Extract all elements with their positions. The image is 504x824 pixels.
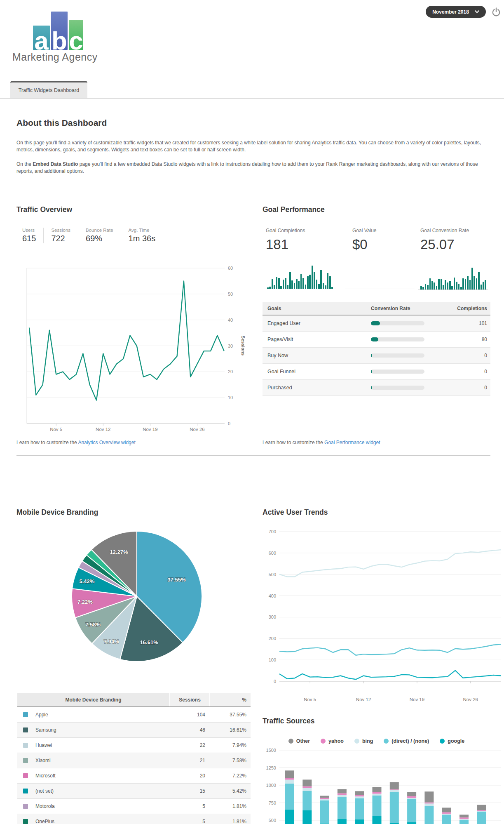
sparkline-bar	[456, 282, 457, 290]
y-axis-tick-label: 1250	[266, 765, 276, 770]
sparkline-bar	[274, 285, 275, 289]
sessions-column-header: Sessions	[169, 693, 209, 706]
y-axis-tick-label: 300	[269, 614, 276, 619]
sparkline-bar	[471, 268, 473, 290]
logo-bar-c: c	[69, 20, 83, 50]
goal-name: Buy Now	[263, 353, 371, 358]
logo-letter: b	[52, 31, 67, 51]
stacked-bar-segment-(direct) / (none)	[355, 798, 364, 819]
device-name: OnePlus	[35, 819, 170, 824]
stacked-bar-segment-Other	[320, 796, 329, 798]
brand-name: Marketing Agency	[12, 51, 98, 63]
sparkline-bar	[476, 278, 478, 290]
sparkline-bar	[481, 285, 482, 290]
month-selector-label: November 2018	[432, 9, 469, 15]
sparkline-bar	[298, 281, 300, 289]
sparkline-bar	[436, 286, 438, 290]
stacked-bar-segment-yahoo	[355, 795, 364, 796]
stacked-bar-segment-bing	[338, 795, 347, 797]
sparkline-bar	[323, 283, 324, 289]
logo-letter: c	[69, 31, 83, 51]
device-color-swatch	[23, 804, 28, 809]
stacked-bar-segment-bing	[373, 793, 382, 795]
device-percent: 7.58%	[209, 758, 251, 763]
goal-table-row: Buy Now0	[263, 348, 490, 364]
stacked-bar-segment-(direct) / (none)	[407, 799, 416, 822]
stat-goal-value: Goal Value $0	[352, 228, 376, 252]
sparkline-bar	[278, 278, 280, 289]
month-selector-dropdown[interactable]: November 2018	[426, 6, 486, 18]
active-user-trends-chart: 0100200300400500600700Nov 5Nov 12Nov 19N…	[260, 525, 504, 710]
x-axis-tick-label: Nov 26	[190, 427, 204, 432]
y-axis-tick-label: 100	[269, 657, 276, 662]
sparkline-bar	[312, 266, 313, 289]
x-axis-tick-label: Nov 19	[410, 697, 424, 702]
sparkline-bar	[469, 280, 471, 290]
goal-name: Engaged User	[263, 320, 371, 326]
stat-avg-time: Avg. Time 1m 36s	[121, 228, 163, 243]
device-name: (not set)	[35, 788, 170, 794]
device-name: Xiaomi	[35, 758, 170, 763]
pie-slice-label: 37.55%	[167, 577, 186, 583]
active-user-trends-title: Active User Trends	[263, 508, 328, 517]
mobile-device-table: Mobile Device Branding Sessions % Apple1…	[17, 693, 251, 824]
device-column-header: Mobile Device Branding	[17, 693, 169, 706]
sparkline-bar	[280, 286, 282, 289]
pie-slice-label: 16.61%	[140, 639, 159, 645]
stacked-bar-segment-(direct) / (none)	[320, 800, 329, 824]
sparkline-bar	[325, 285, 326, 289]
about-paragraph-1: On this page you'll find a variety of cu…	[16, 139, 491, 153]
tab-traffic-widgets-dashboard[interactable]: Traffic Widgets Dashboard	[10, 81, 87, 98]
sparkline-bar	[443, 285, 444, 290]
sparkline-bar	[307, 276, 309, 289]
dashboard-page: a b c Marketing Agency November 2018 Tra…	[0, 0, 504, 824]
traffic-overview-stats: Users 615 Sessions 722 Bounce Rate 69% A…	[22, 228, 163, 243]
sparkline-bar	[318, 284, 320, 289]
device-sessions: 21	[170, 758, 209, 763]
sparkline-bar	[305, 285, 307, 289]
power-button[interactable]	[491, 7, 501, 17]
device-table-row: Motorola51.81%	[17, 799, 251, 814]
stacked-bar-segment-Other	[477, 805, 486, 810]
learn-goal-performance: Learn how to customize the Goal Performa…	[263, 440, 380, 445]
sparkline-bar	[294, 283, 295, 289]
device-percent: 1.81%	[209, 803, 251, 809]
y-axis-tick-label: 10	[228, 395, 233, 400]
device-sessions: 5	[170, 819, 209, 824]
sparkline-bar	[276, 277, 278, 289]
stacked-bar-segment-bing	[355, 796, 364, 798]
device-name: Huawei	[35, 742, 170, 748]
stacked-bar-segment-(direct) / (none)	[338, 797, 347, 819]
device-color-swatch	[23, 773, 28, 778]
pie-slice-label: 7.22%	[77, 599, 93, 605]
stacked-bar-segment-bing	[407, 798, 416, 799]
device-sessions: 20	[170, 773, 209, 779]
about-p2-suffix: page you'll find a few embedded Data Stu…	[16, 161, 478, 174]
sessions-line-series	[29, 281, 224, 400]
stacked-bar-segment-(direct) / (none)	[373, 796, 382, 816]
stacked-bar-segment-yahoo	[407, 796, 416, 798]
analytics-overview-widget-link[interactable]: Analytics Overview widget	[78, 440, 135, 445]
y-axis-tick-label: 600	[269, 551, 276, 556]
stacked-bar-segment-Other	[442, 808, 451, 812]
x-axis-tick-label: Nov 12	[96, 427, 110, 432]
device-name: Samsung	[35, 727, 170, 733]
device-percent: 1.81%	[209, 819, 251, 824]
sparkline-bar	[445, 280, 446, 290]
device-table-row: Huawei227.94%	[17, 738, 251, 753]
stacked-bar-segment-google	[338, 819, 347, 824]
stacked-bar-segment-bing	[285, 779, 294, 783]
sparkline-bar	[316, 280, 318, 289]
stacked-bar-segment-(direct) / (none)	[285, 784, 294, 810]
sparkline-bar	[425, 284, 427, 290]
device-sessions: 22	[170, 742, 209, 748]
sparkline-bar	[329, 276, 331, 289]
stacked-bar-segment-bing	[477, 811, 486, 812]
sessions-line-chart: 0102030405060Nov 5Nov 12Nov 19Nov 26Sess…	[21, 263, 251, 436]
conversion-bar-fill	[371, 353, 372, 358]
device-sessions: 46	[170, 727, 209, 733]
goal-performance-widget-link[interactable]: Goal Performance widget	[324, 440, 380, 445]
y-axis-tick-label: 700	[269, 529, 276, 534]
sparkline-bar	[485, 280, 486, 290]
device-sessions: 15	[170, 788, 209, 794]
